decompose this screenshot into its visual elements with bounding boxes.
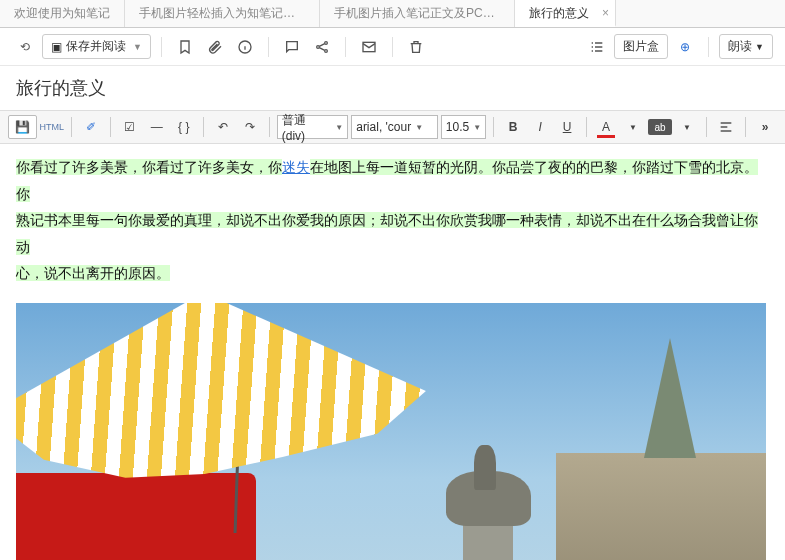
tab-welcome[interactable]: 欢迎使用为知笔记 [0,0,125,27]
note-body[interactable]: 你看过了许多美景，你看过了许多美女，你迷失在地图上每一道短暂的光阴。你品尝了夜的… [0,144,785,297]
save-icon-button[interactable]: 💾 [8,115,37,139]
redo-button[interactable]: ↷ [238,115,262,139]
tab-bar: 欢迎使用为知笔记 手机图片轻松插入为知笔记电脑... 手机图片插入笔记正文及PC… [0,0,785,28]
attachment-button[interactable] [202,34,228,60]
highlight-color-drop[interactable]: ▼ [675,115,699,139]
delete-button[interactable] [403,34,429,60]
font-family-select[interactable]: arial, 'cour▼ [351,115,438,139]
list-view-button[interactable] [584,34,610,60]
editor-toolbar: 💾 HTML ✐ ☑ — { } ↶ ↷ 普通 (div)▼ arial, 'c… [0,110,785,144]
tab-phone2[interactable]: 手机图片插入笔记正文及PC平... [320,0,515,27]
share-button[interactable] [309,34,335,60]
close-icon[interactable]: × [602,0,609,27]
note-image-wrap: WERBE-MOBIL☎ 0172/20 11 494 TO博客 [0,297,785,560]
umbrella-shape [16,303,436,535]
note-title[interactable]: 旅行的意义 [0,66,785,110]
undo-button[interactable]: ↶ [211,115,235,139]
svg-point-3 [325,49,328,52]
font-size-select[interactable]: 10.5▼ [441,115,486,139]
bookmark-button[interactable] [172,34,198,60]
checkbox-button[interactable]: ☑ [118,115,142,139]
align-button[interactable] [714,115,738,139]
body-line1a: 你看过了许多美景，你看过了许多美女，你 [16,159,282,175]
font-color-drop[interactable]: ▼ [621,115,645,139]
code-button[interactable]: { } [172,115,196,139]
back-button[interactable]: ⟲ [12,34,38,60]
save-icon: ▣ [51,40,62,54]
tab-phone1[interactable]: 手机图片轻松插入为知笔记电脑... [125,0,320,27]
underline-button[interactable]: U [555,115,579,139]
paragraph-format-select[interactable]: 普通 (div)▼ [277,115,348,139]
info-button[interactable] [232,34,258,60]
statue-shape [441,438,536,560]
font-color-button[interactable]: A [594,115,618,139]
bold-button[interactable]: B [501,115,525,139]
imagebox-button[interactable]: 图片盒 [614,34,668,59]
comment-button[interactable] [279,34,305,60]
save-and-read-button[interactable]: ▣ 保存并阅读▼ [42,34,151,59]
svg-point-1 [317,45,320,48]
note-image[interactable]: WERBE-MOBIL☎ 0172/20 11 494 TO博客 [16,303,766,560]
zoom-button[interactable]: ⊕ [672,34,698,60]
svg-point-2 [325,41,328,44]
spire-shape [644,338,696,458]
body-line2: 熟记书本里每一句你最爱的真理，却说不出你爱我的原因；却说不出你欣赏我哪一种表情，… [16,212,758,255]
read-aloud-button[interactable]: 朗读▼ [719,34,773,59]
body-line3: 心，说不出离开的原因。 [16,265,170,281]
body-link-lost[interactable]: 迷失 [282,159,310,175]
hr-button[interactable]: — [145,115,169,139]
clear-format-button[interactable]: ✐ [79,115,103,139]
main-toolbar: ⟲ ▣ 保存并阅读▼ 图片盒 ⊕ 朗读▼ [0,28,785,66]
building-shape [556,453,766,560]
more-tools-button[interactable]: » [753,115,777,139]
html-source-button[interactable]: HTML [40,115,64,139]
highlight-color-button[interactable]: ab [648,119,672,135]
email-button[interactable] [356,34,382,60]
italic-button[interactable]: I [528,115,552,139]
tab-travel[interactable]: 旅行的意义× [515,0,616,27]
